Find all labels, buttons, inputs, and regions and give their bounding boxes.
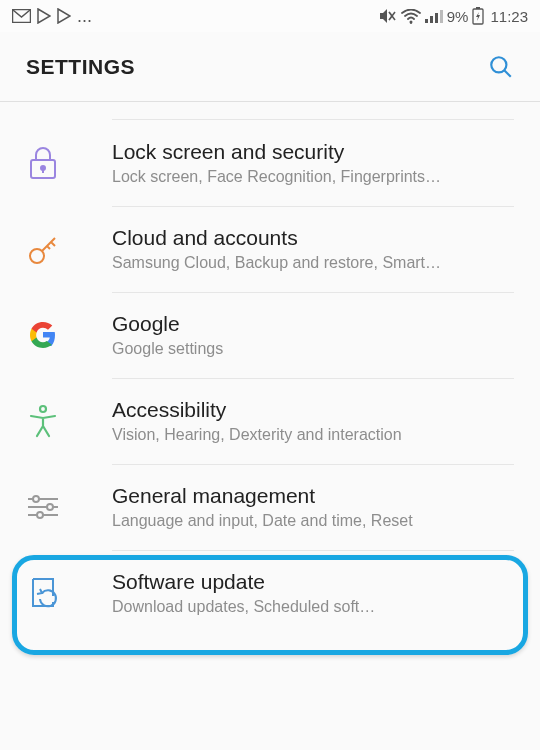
truncated-item <box>112 102 514 120</box>
status-left: ... <box>12 8 92 24</box>
mute-icon <box>379 8 397 24</box>
more-indicator: ... <box>77 11 92 21</box>
svg-point-22 <box>37 512 43 518</box>
search-icon[interactable] <box>488 54 514 80</box>
item-title: Google <box>112 312 514 336</box>
play-icon <box>57 8 71 24</box>
page-title: SETTINGS <box>26 55 135 79</box>
svg-rect-4 <box>425 19 428 23</box>
svg-rect-9 <box>476 7 480 9</box>
item-subtitle: Samsung Cloud, Backup and restore, Smart… <box>112 254 492 272</box>
settings-item-cloud-accounts[interactable]: Cloud and accounts Samsung Cloud, Backup… <box>0 206 540 292</box>
svg-point-20 <box>47 504 53 510</box>
svg-point-15 <box>30 249 44 263</box>
item-title: Software update <box>112 570 514 594</box>
settings-item-software-update[interactable]: Software update Download updates, Schedu… <box>0 550 540 636</box>
svg-point-18 <box>33 496 39 502</box>
battery-icon <box>472 7 484 25</box>
svg-point-13 <box>41 166 45 170</box>
svg-rect-6 <box>435 13 438 23</box>
item-title: Accessibility <box>112 398 514 422</box>
signal-icon <box>425 9 443 23</box>
update-icon <box>26 576 60 610</box>
item-title: General management <box>112 484 514 508</box>
svg-point-10 <box>491 57 506 72</box>
svg-rect-5 <box>430 16 433 23</box>
sliders-icon <box>26 490 60 524</box>
wifi-icon <box>401 9 421 24</box>
settings-item-google[interactable]: Google Google settings <box>0 292 540 378</box>
settings-list: Lock screen and security Lock screen, Fa… <box>0 102 540 636</box>
item-title: Lock screen and security <box>112 140 514 164</box>
item-subtitle: Language and input, Date and time, Reset <box>112 512 492 530</box>
lock-icon <box>26 146 60 180</box>
settings-item-general-management[interactable]: General management Language and input, D… <box>0 464 540 550</box>
battery-percent: 9% <box>447 8 469 25</box>
status-bar: ... 9% 11:23 <box>0 0 540 32</box>
key-icon <box>26 232 60 266</box>
accessibility-icon <box>26 404 60 438</box>
item-title: Cloud and accounts <box>112 226 514 250</box>
play-icon <box>37 8 51 24</box>
item-subtitle: Download updates, Scheduled soft… <box>112 598 492 616</box>
settings-item-accessibility[interactable]: Accessibility Vision, Hearing, Dexterity… <box>0 378 540 464</box>
item-subtitle: Lock screen, Face Recognition, Fingerpri… <box>112 168 492 186</box>
status-right: 9% 11:23 <box>379 7 528 25</box>
mail-icon <box>12 9 31 23</box>
item-subtitle: Google settings <box>112 340 492 358</box>
header: SETTINGS <box>0 32 540 102</box>
svg-point-3 <box>409 20 412 23</box>
settings-item-lock-screen[interactable]: Lock screen and security Lock screen, Fa… <box>0 120 540 206</box>
svg-rect-7 <box>440 10 443 23</box>
svg-point-16 <box>40 406 46 412</box>
clock: 11:23 <box>490 8 528 25</box>
google-icon <box>26 318 60 352</box>
item-subtitle: Vision, Hearing, Dexterity and interacti… <box>112 426 492 444</box>
svg-line-11 <box>504 70 511 77</box>
